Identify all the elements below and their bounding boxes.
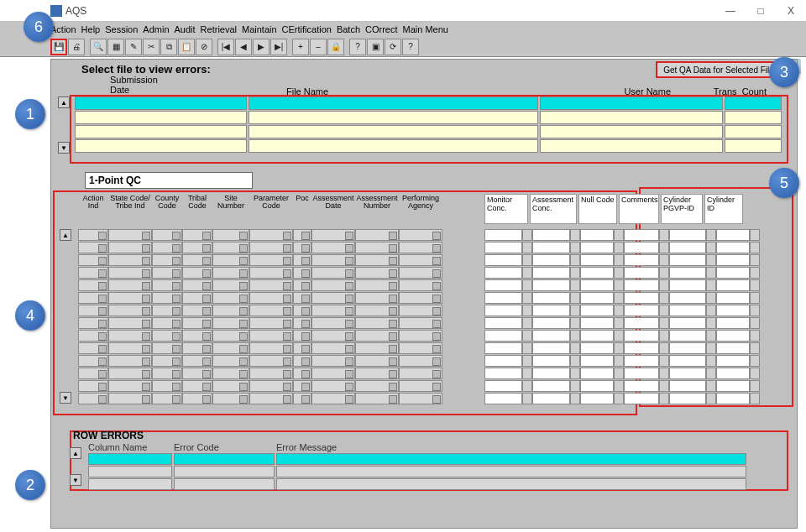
dropdown-icon[interactable]: [614, 305, 624, 316]
grid-cell[interactable]: [212, 305, 249, 316]
print-icon[interactable]: 🖨: [68, 39, 85, 55]
grid-cell[interactable]: [716, 380, 750, 392]
dropdown-icon[interactable]: [659, 330, 669, 342]
file-cell[interactable]: [725, 139, 782, 153]
grid-cell[interactable]: [293, 355, 311, 367]
dropdown-icon[interactable]: [570, 355, 580, 367]
grid-cell[interactable]: [532, 368, 570, 379]
grid-cell[interactable]: [532, 305, 570, 316]
grid-cell[interactable]: [355, 242, 399, 253]
grid-cell[interactable]: [108, 368, 152, 379]
dropdown-icon[interactable]: [659, 242, 669, 253]
grid-cell[interactable]: [108, 254, 152, 266]
grid-cell[interactable]: [108, 330, 152, 342]
help-icon[interactable]: ?: [402, 39, 419, 55]
grid-cell[interactable]: [716, 254, 750, 266]
grid-cell[interactable]: [182, 330, 212, 342]
grid-cell[interactable]: [108, 305, 152, 316]
grid-cell[interactable]: [624, 317, 659, 329]
grid-cell[interactable]: [624, 355, 659, 367]
grid-cell[interactable]: [624, 380, 659, 392]
point-qc-field[interactable]: 1-Point QC: [85, 172, 253, 189]
re-scroll-up-icon[interactable]: ▲: [70, 447, 81, 459]
file-cell[interactable]: [540, 139, 723, 153]
get-qa-data-button[interactable]: Get QA Data for Selected File: [656, 61, 782, 78]
file-cell[interactable]: [540, 96, 723, 110]
grid-cell[interactable]: [311, 229, 355, 241]
grid-cell[interactable]: [716, 393, 750, 404]
file-cell[interactable]: [75, 139, 247, 153]
menu-certification[interactable]: CErtification: [282, 24, 332, 34]
grid-cell[interactable]: [182, 267, 212, 279]
next-icon[interactable]: ▶: [253, 39, 270, 55]
grid-cell[interactable]: [249, 355, 293, 367]
grid-cell[interactable]: [580, 317, 614, 329]
dropdown-icon[interactable]: [614, 292, 624, 304]
re-cell[interactable]: [88, 478, 172, 490]
re-scroll-down-icon[interactable]: ▼: [70, 474, 81, 486]
grid-cell[interactable]: [78, 330, 108, 342]
grid-cell[interactable]: [669, 355, 706, 367]
grid-cell[interactable]: [212, 330, 249, 342]
dropdown-icon[interactable]: [570, 254, 580, 266]
grid-cell[interactable]: [399, 254, 442, 266]
grid-cell[interactable]: [716, 317, 750, 329]
grid-cell[interactable]: [212, 267, 249, 279]
dropdown-icon[interactable]: [750, 229, 760, 241]
dropdown-icon[interactable]: [570, 342, 580, 354]
grid-cell[interactable]: [484, 305, 522, 316]
grid-cell[interactable]: [716, 330, 750, 342]
menu-admin[interactable]: Admin: [143, 24, 169, 34]
dropdown-icon[interactable]: [750, 368, 760, 379]
dropdown-icon[interactable]: [750, 393, 760, 404]
dropdown-icon[interactable]: [614, 355, 624, 367]
grid-cell[interactable]: [355, 393, 399, 404]
menu-correct[interactable]: COrrect: [365, 24, 398, 34]
dropdown-icon[interactable]: [522, 380, 532, 392]
file-cell[interactable]: [75, 125, 247, 138]
grid-cell[interactable]: [532, 355, 570, 367]
grid-cell[interactable]: [293, 242, 311, 253]
grid-cell[interactable]: [249, 368, 293, 379]
menu-mainmenu[interactable]: Main Menu: [403, 24, 448, 34]
grid-cell[interactable]: [311, 380, 355, 392]
grid-cell[interactable]: [580, 242, 614, 253]
close-button[interactable]: X: [776, 2, 806, 20]
grid-cell[interactable]: [484, 254, 522, 266]
grid-cell[interactable]: [249, 254, 293, 266]
grid-cell[interactable]: [399, 317, 442, 329]
grid-cell[interactable]: [311, 242, 355, 253]
dropdown-icon[interactable]: [614, 242, 624, 253]
grid-cell[interactable]: [212, 380, 249, 392]
dropdown-icon[interactable]: [706, 279, 716, 291]
copy-icon[interactable]: ⧉: [160, 39, 177, 55]
dropdown-icon[interactable]: [659, 279, 669, 291]
grid-cell[interactable]: [399, 355, 442, 367]
grid-cell[interactable]: [484, 242, 522, 253]
grid-cell[interactable]: [580, 305, 614, 316]
grid-cell[interactable]: [108, 242, 152, 253]
grid-cell[interactable]: [669, 254, 706, 266]
grid-cell[interactable]: [624, 342, 659, 354]
dropdown-icon[interactable]: [706, 242, 716, 253]
file-cell[interactable]: [249, 125, 538, 138]
re-cell[interactable]: [88, 453, 172, 465]
grid-cell[interactable]: [212, 355, 249, 367]
dropdown-icon[interactable]: [706, 305, 716, 316]
dropdown-icon[interactable]: [659, 355, 669, 367]
grid-cell[interactable]: [624, 279, 659, 291]
grid-cell[interactable]: [669, 393, 706, 404]
grid-cell[interactable]: [212, 393, 249, 404]
menu-session[interactable]: Session: [105, 24, 138, 34]
grid-cell[interactable]: [108, 355, 152, 367]
grid-cell[interactable]: [293, 317, 311, 329]
re-cell[interactable]: [174, 466, 275, 477]
first-icon[interactable]: |◀: [217, 39, 234, 55]
re-cell[interactable]: [276, 478, 746, 490]
dropdown-icon[interactable]: [750, 254, 760, 266]
grid-cell[interactable]: [152, 380, 182, 392]
grid-cell[interactable]: [624, 305, 659, 316]
menu-maintain[interactable]: Maintain: [242, 24, 277, 34]
grid-cell[interactable]: [293, 393, 311, 404]
grid-cell[interactable]: [78, 317, 108, 329]
